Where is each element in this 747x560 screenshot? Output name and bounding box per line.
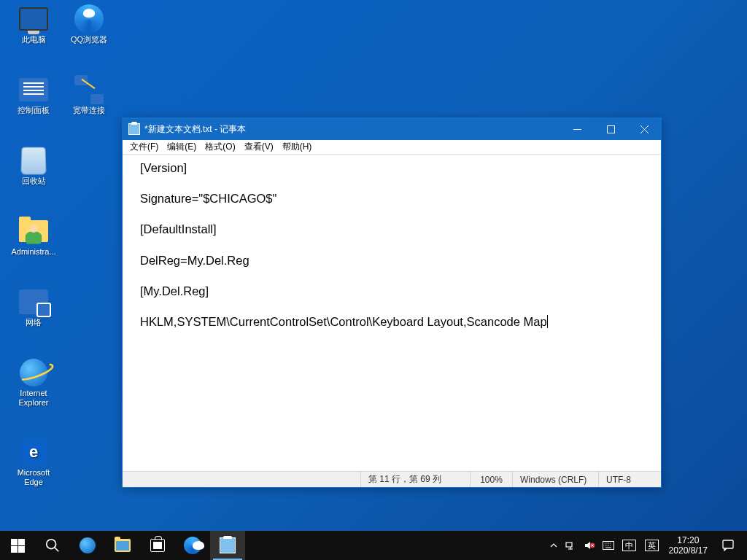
tray-volume-icon[interactable] [580,531,599,560]
systray: 中 英 17:20 2020/8/17 [546,531,747,560]
administrator-folder-icon[interactable]: Administra... [7,217,60,271]
taskbar-file-explorer[interactable] [105,531,140,560]
notification-icon [721,539,735,552]
status-zoom: 100% [470,472,512,487]
taskbar-notepad[interactable] [210,531,245,560]
file-explorer-icon [115,539,131,552]
tray-ime-en[interactable]: 英 [640,531,663,560]
start-button[interactable] [0,531,35,560]
text-caret [547,315,548,328]
menu-format[interactable]: 格式(O) [201,140,239,154]
status-encoding: UTF-8 [598,472,661,487]
menu-help[interactable]: 帮助(H) [278,140,317,154]
close-button[interactable] [627,118,661,140]
menu-edit[interactable]: 编辑(E) [163,140,201,154]
svg-rect-0 [607,125,614,133]
svg-rect-2 [566,542,572,547]
text-editor-area[interactable]: [Version] Signature="$CHICAGO$" [Default… [123,155,661,471]
microsoft-edge-icon[interactable]: eMicrosoft Edge [7,438,60,491]
taskbar-clock[interactable]: 17:20 2020/8/17 [663,531,713,560]
qq-browser-icon[interactable]: QQ浏览器 [63,4,115,58]
edge-icon [80,537,96,553]
windows-logo-icon [11,539,25,553]
window-title: *新建文本文档.txt - 记事本 [144,123,560,136]
taskbar-store[interactable] [140,531,175,560]
maximize-button[interactable] [594,118,627,140]
qq-browser-icon [184,537,201,554]
action-center-button[interactable] [713,531,743,560]
tray-network-icon[interactable] [561,531,580,560]
microsoft-store-icon [150,539,165,552]
editor-content: [Version] Signature="$CHICAGO$" [Default… [140,161,547,328]
svg-point-1 [47,540,56,549]
control-panel-icon[interactable]: 控制面板 [7,75,60,129]
taskbar-qq-browser[interactable] [175,531,210,560]
svg-rect-5 [723,540,733,548]
status-position: 第 11 行，第 69 列 [360,472,470,487]
menu-file[interactable]: 文件(F) [125,140,163,154]
clock-time: 17:20 [669,535,708,545]
notepad-icon [220,537,236,553]
menubar: 文件(F) 编辑(E) 格式(O) 查看(V) 帮助(H) [123,140,661,155]
statusbar: 第 11 行，第 69 列 100% Windows (CRLF) UTF-8 [123,471,661,487]
clock-date: 2020/8/17 [669,545,708,556]
recycle-bin-icon[interactable]: 回收站 [7,146,60,200]
notepad-window: *新建文本文档.txt - 记事本 文件(F) 编辑(E) 格式(O) 查看(V… [122,117,662,488]
broadband-connection-icon[interactable]: 宽带连接 [63,75,115,129]
tray-ime-cn[interactable]: 中 [618,531,640,560]
tray-keyboard-icon[interactable] [599,531,618,560]
menu-view[interactable]: 查看(V) [240,140,278,154]
search-button[interactable] [35,531,70,560]
titlebar[interactable]: *新建文本文档.txt - 记事本 [123,118,661,140]
internet-explorer-icon[interactable]: Internet Explorer [7,358,60,412]
search-icon [44,537,61,553]
taskbar: 中 英 17:20 2020/8/17 [0,531,747,560]
status-line-ending: Windows (CRLF) [512,472,598,487]
taskbar-edge[interactable] [70,531,105,560]
tray-overflow-button[interactable] [546,531,561,560]
chevron-up-icon [550,542,557,549]
this-pc-icon[interactable]: 此电脑 [7,4,60,58]
minimize-button[interactable] [560,118,594,140]
notepad-app-icon [128,123,140,135]
network-icon[interactable]: 网络 [7,287,60,341]
